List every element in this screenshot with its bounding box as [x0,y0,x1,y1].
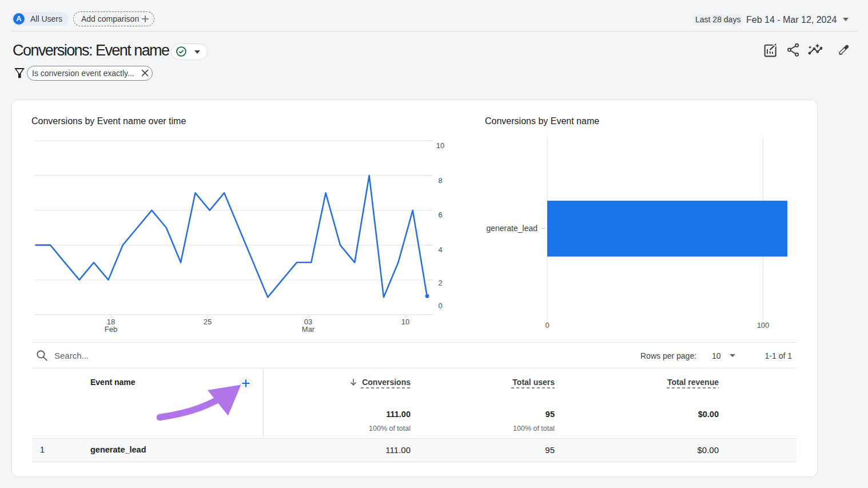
svg-text:8: 8 [438,176,442,185]
svg-text:10: 10 [436,141,444,150]
svg-text:6: 6 [438,211,442,219]
svg-text:2: 2 [438,279,442,287]
svg-text:100: 100 [757,321,770,330]
svg-text:0: 0 [438,301,442,310]
svg-text:Mar: Mar [302,325,315,334]
svg-text:generate_lead: generate_lead [486,224,537,233]
svg-text:25: 25 [204,318,212,326]
svg-text:4: 4 [438,245,442,254]
svg-text:0: 0 [545,321,549,330]
svg-text:10: 10 [401,318,409,326]
svg-text:Feb: Feb [105,325,117,334]
